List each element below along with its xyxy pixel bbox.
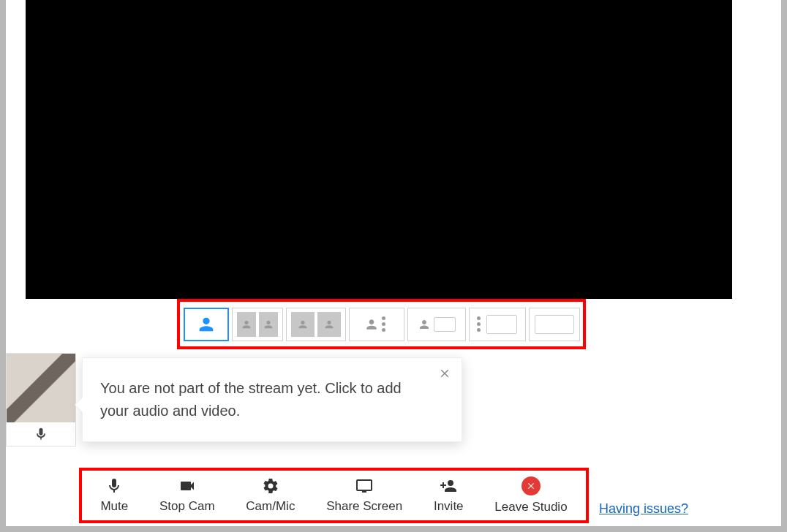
- layout-tile: [237, 312, 256, 337]
- leave-circle-icon: [521, 476, 541, 495]
- self-mic-indicator: [7, 422, 75, 446]
- person-icon: [418, 318, 431, 331]
- cam-mic-label: Cam/Mic: [246, 499, 295, 514]
- layout-tile: [317, 312, 341, 337]
- person-icon: [196, 314, 216, 335]
- screen-tile-icon: [486, 315, 517, 334]
- layout-list-plus-screen-button[interactable]: [469, 308, 526, 341]
- tooltip-close-button[interactable]: [438, 365, 451, 384]
- tooltip-message: You are not part of the stream yet. Clic…: [100, 380, 402, 419]
- invite-button[interactable]: Invite: [434, 477, 464, 514]
- monitor-icon: [354, 477, 374, 495]
- layout-two-up-button[interactable]: [232, 308, 283, 341]
- stop-cam-button[interactable]: Stop Cam: [159, 477, 215, 514]
- screen-tile-icon: [535, 315, 574, 334]
- control-bar: Mute Stop Cam Cam/Mic Share Screen Invit…: [79, 468, 589, 523]
- mute-button[interactable]: Mute: [100, 477, 128, 514]
- join-stream-tooltip: You are not part of the stream yet. Clic…: [82, 357, 462, 442]
- person-icon: [364, 317, 379, 332]
- self-camera-feed: [7, 354, 75, 422]
- share-screen-label: Share Screen: [326, 499, 402, 514]
- leave-studio-button[interactable]: Leave Studio: [494, 476, 567, 514]
- layout-screen-only-button[interactable]: [529, 308, 580, 341]
- screen-tile-icon: [434, 317, 456, 332]
- person-icon: [241, 319, 252, 330]
- person-icon: [323, 319, 335, 330]
- list-dots-icon: [382, 316, 385, 332]
- stop-cam-label: Stop Cam: [159, 499, 215, 514]
- mute-label: Mute: [100, 499, 128, 514]
- person-icon: [263, 319, 274, 330]
- video-preview-area: [26, 0, 732, 299]
- leave-label: Leave Studio: [494, 500, 567, 514]
- layout-selector-bar: [177, 299, 586, 349]
- self-preview-thumbnail[interactable]: [6, 353, 76, 446]
- gear-icon: [262, 477, 279, 495]
- microphone-icon: [34, 427, 48, 441]
- microphone-icon: [105, 477, 123, 495]
- invite-label: Invite: [434, 499, 464, 514]
- list-dots-icon: [477, 316, 481, 332]
- layout-tile: [259, 312, 278, 337]
- layout-two-wide-button[interactable]: [286, 308, 346, 341]
- layout-single-button[interactable]: [184, 308, 229, 341]
- studio-page: You are not part of the stream yet. Clic…: [6, 0, 781, 526]
- close-icon: [526, 481, 536, 491]
- person-icon: [297, 319, 309, 330]
- share-screen-button[interactable]: Share Screen: [326, 477, 402, 514]
- having-issues-link[interactable]: Having issues?: [599, 501, 688, 517]
- camera-icon: [178, 477, 197, 495]
- layout-tile: [291, 312, 315, 337]
- person-add-icon: [438, 477, 459, 495]
- cam-mic-settings-button[interactable]: Cam/Mic: [246, 477, 295, 514]
- layout-one-plus-list-button[interactable]: [349, 308, 404, 341]
- layout-one-plus-screen-button[interactable]: [407, 308, 466, 341]
- close-icon: [438, 367, 451, 380]
